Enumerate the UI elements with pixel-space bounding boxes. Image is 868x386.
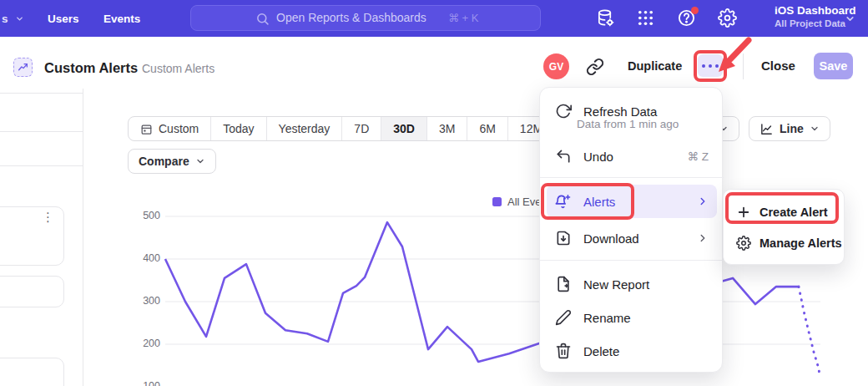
menu-item-refresh-sublabel: Data from 1 min ago [577, 118, 679, 130]
app-window: 100200300400500 All Events - Total s Use… [0, 0, 868, 386]
menu-item-new-report[interactable]: New Report [547, 269, 717, 299]
undo-shortcut: ⌘ Z [688, 150, 709, 163]
trash-icon [555, 343, 572, 359]
apps-grid-icon[interactable] [636, 8, 655, 28]
top-navbar: s Users Events Open Reports & Dashboards… [0, 0, 868, 37]
submenu-item-manage-alerts[interactable]: Manage Alerts [729, 229, 840, 257]
chevron-right-icon [697, 232, 709, 244]
plus-icon [736, 205, 751, 220]
range-custom[interactable]: Custom [129, 117, 211, 140]
sidebar-card[interactable] [0, 206, 64, 266]
new-report-icon [555, 276, 572, 292]
menu-item-alerts[interactable]: Alerts [547, 185, 717, 218]
range-30d-selected[interactable]: 30D [381, 117, 427, 140]
avatar[interactable]: GV [543, 53, 569, 79]
menu-item-download[interactable]: Download [547, 221, 717, 255]
alert-bell-icon [555, 193, 572, 210]
notification-badge [691, 7, 699, 14]
project-switcher[interactable]: iOS Dashboard All Project Data [775, 4, 856, 28]
breadcrumb: Custom Alerts [142, 62, 214, 75]
more-options-button[interactable] [698, 54, 723, 77]
refresh-icon [555, 103, 572, 119]
line-chart-icon [760, 122, 774, 136]
y-tick-label: 500 [125, 210, 160, 221]
gear-icon[interactable] [718, 8, 737, 28]
close-button[interactable]: Close [761, 58, 795, 73]
project-subtitle: All Project Data [775, 18, 856, 28]
menu-item-undo[interactable]: Undo ⌘ Z [547, 141, 717, 171]
y-tick-label: 400 [125, 252, 160, 264]
chart-type-button[interactable]: Line [749, 116, 830, 141]
nav-boards-partial[interactable]: s [2, 0, 24, 37]
calendar-icon [140, 123, 153, 135]
gear-icon [736, 236, 751, 251]
range-7d[interactable]: 7D [342, 117, 381, 140]
more-options-menu: Refresh Data Data from 1 min ago Undo ⌘ … [539, 87, 723, 373]
range-today[interactable]: Today [211, 117, 266, 140]
sidebar-divider [0, 93, 83, 94]
series-line-dotted [799, 287, 820, 373]
range-6m[interactable]: 6M [467, 117, 507, 140]
range-yesterday[interactable]: Yesterday [267, 117, 343, 140]
sidebar-divider [0, 131, 83, 132]
download-icon [555, 230, 572, 246]
project-title: iOS Dashboard [775, 4, 856, 17]
menu-item-rename[interactable]: Rename [547, 302, 717, 333]
copy-link-icon[interactable] [586, 58, 604, 76]
search-icon [255, 12, 270, 26]
search-shortcut: ⌘ + K [448, 12, 479, 24]
range-3m[interactable]: 3M [427, 117, 467, 140]
page-title: Custom Alerts [44, 60, 138, 76]
y-tick-label: 200 [125, 338, 160, 349]
menu-item-delete[interactable]: Delete [547, 336, 717, 366]
sidebar-border [83, 89, 83, 386]
compare-button[interactable]: Compare [128, 149, 216, 174]
undo-icon [555, 148, 572, 165]
header-divider [743, 53, 744, 79]
kebab-menu-icon[interactable]: ⋮ [42, 214, 53, 221]
sidebar-card[interactable] [0, 358, 64, 386]
submenu-item-create-alert[interactable]: Create Alert [729, 198, 840, 226]
y-tick-label: 100 [125, 380, 160, 386]
chevron-down-icon [195, 156, 205, 166]
chevron-down-icon [810, 124, 820, 134]
save-button[interactable]: Save [814, 53, 853, 79]
chevron-down-icon [15, 14, 24, 23]
date-range-control: Custom Today Yesterday 7D 30D 3M 6M 12M [128, 116, 555, 141]
menu-divider [540, 260, 724, 261]
search-input[interactable]: Open Reports & Dashboards ⌘ + K [190, 5, 541, 31]
sidebar-card[interactable] [0, 276, 64, 307]
nav-item-users[interactable]: Users [48, 0, 79, 37]
y-tick-label: 300 [125, 295, 160, 307]
project-chevron-down-icon[interactable] [845, 13, 855, 24]
legend-swatch [492, 197, 502, 206]
chevron-right-icon [697, 196, 709, 207]
pencil-icon [555, 309, 572, 326]
alerts-submenu: Create Alert Manage Alerts [723, 189, 845, 265]
menu-divider [540, 177, 724, 178]
report-icon [13, 58, 33, 77]
sidebar-divider [0, 165, 83, 166]
duplicate-button[interactable]: Duplicate [628, 59, 682, 73]
nav-item-events[interactable]: Events [103, 0, 140, 37]
data-management-icon[interactable] [596, 8, 615, 28]
search-placeholder: Open Reports & Dashboards [276, 11, 426, 24]
